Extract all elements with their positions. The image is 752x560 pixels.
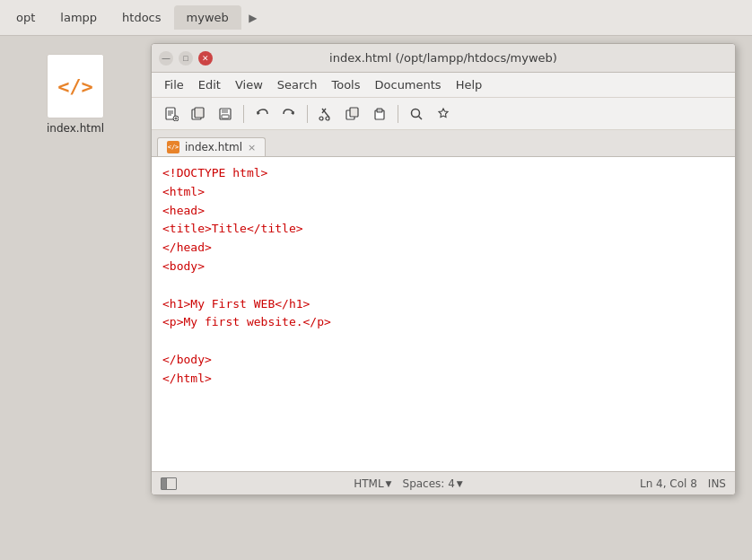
statusbar-center: HTML ▼ Spaces: 4 ▼ — [354, 477, 463, 490]
file-index-html[interactable]: </> index.html — [47, 54, 104, 135]
menu-file[interactable]: File — [159, 76, 189, 93]
editor-window-controls: — □ ✕ — [159, 51, 213, 66]
new-button[interactable] — [159, 102, 184, 126]
toolbar-sep-1 — [243, 105, 244, 123]
maximize-button[interactable]: □ — [179, 51, 193, 66]
code-line-9: <p>My first website.</p> — [162, 313, 724, 332]
svg-line-12 — [322, 109, 329, 118]
code-line-3: <head> — [162, 202, 724, 221]
undo-button[interactable] — [249, 102, 275, 126]
language-dropdown-arrow: ▼ — [386, 479, 392, 488]
editor-menubar: File Edit View Search Tools Documents He… — [152, 73, 735, 98]
cut-button[interactable] — [313, 102, 338, 126]
editor-tabs: </> index.html × — [152, 130, 735, 157]
svg-point-15 — [326, 117, 329, 120]
paste-button[interactable] — [367, 102, 392, 126]
toolbar-sep-2 — [307, 105, 308, 123]
tab-file-icon: </> — [167, 141, 179, 153]
svg-rect-10 — [222, 109, 228, 113]
statusbar-left — [161, 477, 177, 490]
tab-opt[interactable]: opt — [4, 5, 48, 30]
svg-rect-11 — [222, 115, 229, 118]
prefs-button[interactable] — [431, 102, 456, 126]
editor-window: — □ ✕ index.html (/opt/lampp/htdocs/mywe… — [151, 43, 736, 495]
menu-documents[interactable]: Documents — [370, 76, 447, 93]
ln-col-label: Ln 4, Col 8 — [640, 477, 697, 490]
spaces-label: Spaces: 4 — [403, 477, 455, 490]
minimize-button[interactable]: — — [159, 51, 173, 66]
svg-rect-8 — [195, 108, 204, 118]
file-manager-content: </> index.html — □ ✕ index.html (/opt/la… — [0, 36, 752, 560]
fm-left-panel: </> index.html — [0, 36, 151, 560]
menu-help[interactable]: Help — [450, 76, 488, 93]
file-manager-topbar: opt lampp htdocs myweb ▶ — [0, 0, 752, 36]
tab-htdocs-label: htdocs — [122, 11, 161, 24]
menu-view[interactable]: View — [230, 76, 268, 93]
tab-label: index.html — [185, 141, 242, 153]
code-line-8: <h1>My First WEB</h1> — [162, 295, 724, 314]
close-button[interactable]: ✕ — [198, 51, 213, 66]
save-button[interactable] — [213, 102, 238, 126]
ins-label: INS — [708, 477, 726, 490]
statusbar-right: Ln 4, Col 8 INS — [640, 477, 726, 490]
redo-button[interactable] — [276, 102, 302, 126]
svg-point-20 — [412, 109, 420, 117]
code-line-1: <!DOCTYPE html> — [162, 164, 724, 183]
tab-arrow[interactable]: ▶ — [243, 8, 263, 28]
toolbar-sep-3 — [398, 105, 398, 123]
editor-statusbar: HTML ▼ Spaces: 4 ▼ Ln 4, Col 8 INS — [152, 471, 735, 494]
code-line-5: </head> — [162, 239, 724, 258]
editor-content[interactable]: <!DOCTYPE html> <html> <head> <title>Tit… — [152, 157, 735, 471]
spaces-dropdown-arrow: ▼ — [457, 479, 463, 488]
editor-title: index.html (/opt/lampp/htdocs/myweb) — [213, 51, 674, 65]
file-icon: </> — [47, 54, 104, 118]
code-line-10 — [162, 332, 724, 351]
tab-lampp-label: lampp — [60, 11, 97, 24]
menu-edit[interactable]: Edit — [193, 76, 226, 93]
find-button[interactable] — [404, 102, 429, 126]
svg-point-14 — [319, 117, 323, 120]
tab-myweb-label: myweb — [187, 11, 229, 24]
file-name: index.html — [47, 122, 104, 135]
copy-button[interactable] — [340, 102, 365, 126]
svg-rect-19 — [377, 109, 382, 112]
code-line-6: <body> — [162, 258, 724, 276]
editor-toolbar — [152, 98, 735, 130]
sidebar-toggle-icon[interactable] — [161, 477, 177, 490]
svg-rect-17 — [350, 108, 358, 117]
spaces-selector[interactable]: Spaces: 4 ▼ — [403, 477, 463, 490]
editor-tab-index[interactable]: </> index.html × — [157, 137, 266, 156]
menu-search[interactable]: Search — [272, 76, 323, 93]
tab-lampp[interactable]: lampp — [48, 5, 109, 30]
tab-opt-label: opt — [16, 11, 35, 24]
language-selector[interactable]: HTML ▼ — [354, 477, 391, 490]
language-label: HTML — [354, 477, 383, 490]
open-button[interactable] — [186, 102, 211, 126]
menu-tools[interactable]: Tools — [326, 76, 365, 93]
tab-myweb[interactable]: myweb — [174, 5, 241, 30]
editor-titlebar: — □ ✕ index.html (/opt/lampp/htdocs/mywe… — [152, 44, 735, 73]
code-line-12: </html> — [162, 370, 724, 389]
svg-line-21 — [419, 116, 423, 119]
code-line-2: <html> — [162, 183, 724, 202]
tab-close-button[interactable]: × — [248, 143, 256, 153]
code-line-4: <title>Title</title> — [162, 220, 724, 239]
code-line-11: </body> — [162, 351, 724, 370]
tab-htdocs[interactable]: htdocs — [109, 5, 173, 30]
code-line-7 — [162, 276, 724, 295]
